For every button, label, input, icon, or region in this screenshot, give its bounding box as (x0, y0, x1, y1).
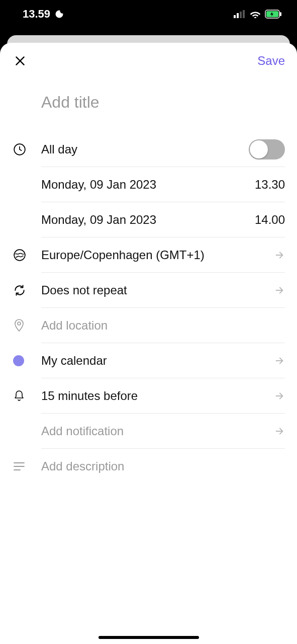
all-day-row: All day (0, 132, 297, 167)
svg-rect-2 (240, 12, 242, 18)
home-indicator[interactable] (98, 636, 199, 639)
close-icon (14, 54, 27, 67)
add-notification-row[interactable]: Add notification (0, 414, 297, 449)
title-input[interactable]: Add title (0, 78, 297, 132)
status-left: 13.59 (23, 8, 64, 21)
add-notification-placeholder: Add notification (41, 424, 124, 438)
moon-icon (54, 9, 64, 19)
arrow-right-icon (274, 355, 285, 366)
timezone-row[interactable]: Europe/Copenhagen (GMT+1) (0, 237, 297, 273)
svg-point-8 (14, 250, 25, 261)
status-right (234, 10, 282, 19)
status-bar: 13.59 (0, 0, 297, 28)
end-time: 14.00 (255, 213, 285, 227)
description-icon (13, 461, 25, 471)
signal-icon (234, 10, 246, 18)
calendar-color-dot (13, 355, 24, 366)
arrow-right-icon (274, 426, 285, 437)
notification-row[interactable]: 15 minutes before (0, 378, 297, 414)
event-create-sheet: Save Add title All day Monday, 09 Jan 20… (0, 43, 297, 644)
svg-rect-0 (234, 15, 236, 18)
save-button[interactable]: Save (257, 54, 285, 68)
location-row[interactable]: Add location (0, 308, 297, 343)
location-placeholder: Add location (41, 318, 108, 333)
svg-rect-1 (237, 13, 239, 18)
all-day-label: All day (41, 142, 77, 156)
status-time: 13.59 (23, 8, 50, 21)
repeat-label: Does not repeat (41, 283, 127, 297)
svg-point-9 (18, 322, 21, 325)
arrow-right-icon (274, 250, 285, 261)
arrow-right-icon (274, 285, 285, 296)
arrow-right-icon (274, 390, 285, 401)
location-pin-icon (13, 318, 25, 333)
all-day-toggle[interactable] (249, 139, 285, 159)
wifi-icon (250, 10, 261, 18)
calendar-label: My calendar (41, 354, 107, 368)
svg-rect-3 (243, 10, 245, 18)
sheet-header: Save (0, 43, 297, 78)
close-button[interactable] (12, 53, 28, 69)
bell-icon (13, 389, 25, 403)
toggle-knob (250, 140, 268, 158)
description-row[interactable]: Add description (0, 449, 297, 484)
notification-label: 15 minutes before (41, 389, 138, 403)
end-datetime-row[interactable]: Monday, 09 Jan 2023 14.00 (0, 202, 297, 237)
timezone-label: Europe/Copenhagen (GMT+1) (41, 248, 205, 262)
description-placeholder: Add description (41, 459, 124, 473)
battery-icon (265, 10, 282, 19)
repeat-row[interactable]: Does not repeat (0, 273, 297, 308)
title-placeholder: Add title (41, 93, 100, 111)
end-date: Monday, 09 Jan 2023 (41, 213, 156, 227)
start-date: Monday, 09 Jan 2023 (41, 178, 156, 192)
svg-rect-6 (280, 12, 281, 16)
calendar-row[interactable]: My calendar (0, 343, 297, 378)
repeat-icon (13, 284, 26, 297)
globe-icon (13, 249, 26, 262)
start-datetime-row[interactable]: Monday, 09 Jan 2023 13.30 (0, 167, 297, 202)
clock-icon (13, 143, 26, 156)
start-time: 13.30 (255, 178, 285, 192)
